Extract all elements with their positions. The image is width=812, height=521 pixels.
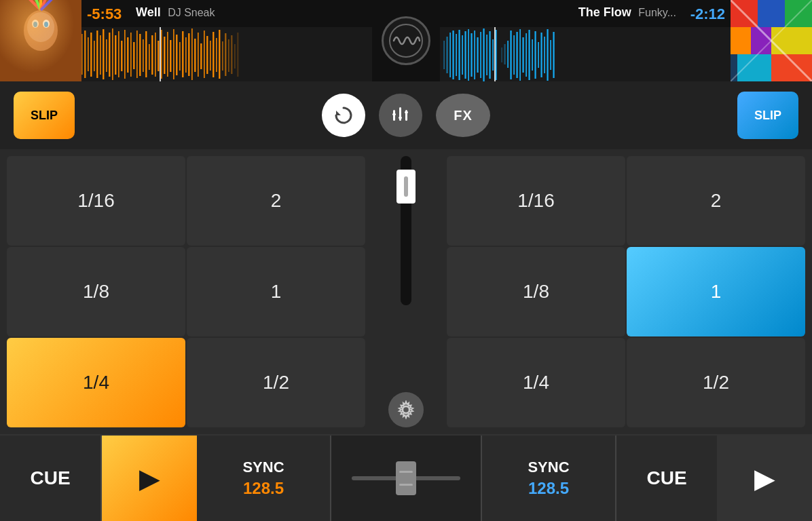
svg-rect-109 [731, 27, 751, 54]
svg-rect-101 [547, 29, 549, 81]
svg-rect-68 [443, 41, 445, 69]
pitch-fader-track [352, 476, 460, 480]
sync-section-left[interactable]: SYNC 128.5 [197, 436, 331, 521]
svg-rect-45 [179, 42, 181, 71]
svg-rect-63 [234, 44, 236, 69]
pitch-fader-handle[interactable] [396, 461, 416, 495]
center-controls: FX [81, 94, 731, 137]
deck-right-loop-1-2[interactable]: 1/2 [627, 338, 805, 427]
svg-rect-70 [449, 33, 451, 77]
svg-rect-24 [115, 35, 117, 75]
controls-bar: SLIP FX SLIP [0, 81, 812, 149]
waveform-left: -5:53 Well DJ Sneak [81, 0, 372, 81]
deck-right-time: -2:12 [690, 5, 725, 23]
svg-rect-94 [525, 33, 527, 77]
svg-line-5 [41, 0, 48, 10]
svg-rect-82 [486, 35, 487, 75]
crossfader-handle[interactable] [396, 170, 416, 204]
equalizer-button[interactable] [379, 94, 422, 137]
deck-left-loop-1-8[interactable]: 1/8 [7, 247, 185, 336]
svg-rect-97 [534, 31, 536, 79]
cue-button-right[interactable]: CUE [615, 436, 717, 521]
svg-rect-102 [550, 40, 551, 70]
svg-rect-39 [161, 30, 162, 79]
svg-point-7 [27, 12, 54, 42]
svg-rect-23 [112, 28, 113, 80]
svg-rect-74 [462, 35, 463, 75]
svg-rect-107 [758, 0, 785, 27]
svg-point-123 [403, 406, 409, 413]
deck-left-loop-1-2[interactable]: 1/2 [187, 338, 365, 427]
svg-rect-15 [88, 37, 89, 71]
deck-right-loop-1[interactable]: 1 [627, 247, 805, 336]
svg-rect-92 [519, 29, 521, 81]
deck-right-loop-1-16[interactable]: 1/16 [447, 156, 625, 246]
deck-right-loop-1-8[interactable]: 1/8 [447, 247, 625, 336]
deck-right-loop-1-4[interactable]: 1/4 [447, 338, 625, 427]
svg-rect-118 [392, 113, 396, 115]
crossfader[interactable] [401, 156, 411, 305]
slip-button-right[interactable]: SLIP [737, 92, 798, 139]
svg-rect-100 [544, 37, 545, 73]
svg-rect-55 [210, 41, 211, 71]
svg-rect-90 [513, 35, 515, 75]
svg-point-10 [33, 22, 37, 27]
svg-point-1 [24, 10, 58, 51]
svg-rect-60 [225, 33, 227, 76]
svg-rect-93 [522, 37, 524, 73]
svg-rect-0 [0, 0, 81, 81]
svg-rect-58 [219, 30, 221, 79]
sync-label-left: SYNC [242, 459, 284, 476]
svg-rect-47 [185, 37, 187, 73]
deck-right-art [731, 0, 812, 81]
main-area: 1/16 2 1/8 1 1/4 1/2 1/16 2 1/8 1 1/4 1/… [0, 149, 812, 434]
svg-point-9 [43, 20, 50, 28]
svg-rect-87 [504, 44, 506, 64]
play-button-right[interactable]: ▶ [717, 436, 812, 521]
svg-rect-111 [771, 27, 812, 54]
svg-rect-48 [188, 33, 190, 76]
svg-rect-104 [494, 27, 496, 81]
svg-rect-33 [143, 39, 144, 72]
deck-right-loop-2[interactable]: 2 [627, 156, 805, 246]
slip-button-left[interactable]: SLIP [14, 92, 75, 139]
svg-rect-64 [237, 33, 239, 77]
svg-rect-86 [501, 47, 502, 62]
deck-right-info: The Flow Funky... [578, 5, 676, 20]
svg-rect-37 [155, 33, 156, 77]
gear-icon [396, 400, 416, 419]
deck-left-art [0, 0, 81, 81]
deck-left-loop-2[interactable]: 2 [187, 156, 365, 246]
cue-button-left[interactable]: CUE [0, 436, 102, 521]
svg-rect-96 [532, 39, 533, 71]
svg-rect-25 [118, 31, 119, 77]
svg-rect-21 [106, 39, 107, 72]
svg-rect-34 [145, 31, 147, 77]
equalizer-icon [390, 104, 411, 126]
svg-rect-31 [136, 31, 138, 78]
play-icon-right: ▶ [754, 463, 775, 494]
bottom-bar: CUE ▶ SYNC 128.5 SYNC 128.5 CUE ▶ [0, 434, 812, 521]
play-button-left[interactable]: ▶ [102, 436, 197, 521]
svg-rect-14 [84, 31, 86, 78]
svg-rect-80 [480, 32, 481, 78]
svg-rect-91 [516, 32, 518, 78]
deck-left-loop-1[interactable]: 1 [187, 247, 365, 336]
svg-rect-54 [206, 36, 208, 74]
deck-left-loop-1-16[interactable]: 1/16 [7, 156, 185, 246]
sync-section-right[interactable]: SYNC 128.5 [481, 436, 615, 521]
svg-rect-38 [158, 41, 160, 71]
waveform-right-svg [440, 27, 731, 81]
sync-reset-button[interactable] [322, 94, 365, 137]
svg-rect-26 [121, 41, 123, 71]
app-logo [382, 16, 430, 65]
fx-button[interactable]: FX [436, 94, 490, 137]
deck-left-loop-1-4[interactable]: 1/4 [7, 338, 185, 427]
svg-rect-18 [96, 31, 98, 78]
settings-button[interactable] [388, 392, 424, 427]
svg-rect-56 [213, 32, 215, 77]
svg-rect-50 [194, 39, 196, 72]
svg-rect-98 [538, 42, 539, 68]
svg-rect-122 [405, 111, 408, 113]
deck-left-grid: 1/16 2 1/8 1 1/4 1/2 [0, 149, 372, 434]
